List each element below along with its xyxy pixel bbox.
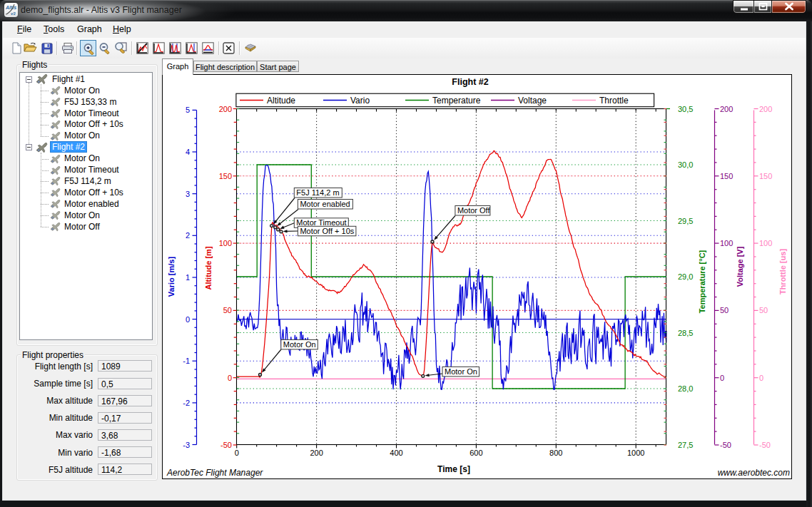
svg-text:Altitude: Altitude <box>267 96 295 106</box>
svg-text:Flight #2: Flight #2 <box>452 77 488 87</box>
svg-text:29,5: 29,5 <box>678 217 693 225</box>
svg-text:0: 0 <box>186 315 190 324</box>
svg-text:Motor On: Motor On <box>445 367 477 376</box>
svg-text:-50: -50 <box>720 441 731 449</box>
svg-text:Vario [m/s]: Vario [m/s] <box>167 257 176 297</box>
svg-text:27,5: 27,5 <box>678 441 693 449</box>
svg-text:50: 50 <box>223 306 232 314</box>
svg-text:3: 3 <box>186 190 190 198</box>
svg-text:AerobTec Flight Manager: AerobTec Flight Manager <box>166 468 263 478</box>
svg-text:-3: -3 <box>183 441 190 449</box>
svg-text:0: 0 <box>228 374 232 382</box>
svg-text:0: 0 <box>720 374 724 382</box>
svg-text:200: 200 <box>219 105 232 113</box>
svg-text:200: 200 <box>759 105 772 113</box>
svg-text:400: 400 <box>390 449 402 457</box>
svg-text:100: 100 <box>219 239 232 247</box>
svg-text:Throttle [us]: Throttle [us] <box>778 249 787 295</box>
svg-text:Time [s]: Time [s] <box>437 464 470 474</box>
svg-text:200: 200 <box>310 449 323 457</box>
svg-text:Motor Timeout: Motor Timeout <box>296 218 346 227</box>
svg-text:-1: -1 <box>183 357 190 365</box>
svg-text:0: 0 <box>759 374 763 382</box>
svg-text:4: 4 <box>186 148 190 156</box>
svg-text:Voltage [V]: Voltage [V] <box>736 246 744 287</box>
svg-text:800: 800 <box>549 449 562 457</box>
svg-text:29,0: 29,0 <box>678 272 693 281</box>
svg-text:-50: -50 <box>759 441 771 449</box>
svg-text:1: 1 <box>186 273 190 282</box>
svg-text:50: 50 <box>759 306 768 314</box>
svg-text:200: 200 <box>720 105 733 113</box>
svg-text:Motor Off: Motor Off <box>457 206 491 215</box>
svg-text:50: 50 <box>720 306 729 314</box>
svg-text:150: 150 <box>759 172 772 180</box>
svg-text:150: 150 <box>219 172 232 180</box>
svg-text:100: 100 <box>720 239 733 247</box>
svg-text:28,0: 28,0 <box>678 384 693 393</box>
svg-text:30,0: 30,0 <box>678 160 693 169</box>
svg-text:www.aerobtec.com: www.aerobtec.com <box>718 468 790 478</box>
svg-text:0: 0 <box>235 449 239 457</box>
svg-text:Motor Off + 10s: Motor Off + 10s <box>300 227 354 235</box>
svg-text:600: 600 <box>470 449 482 457</box>
svg-text:Temperature [°C]: Temperature [°C] <box>698 250 706 313</box>
svg-text:2: 2 <box>186 231 190 240</box>
svg-text:Temperature: Temperature <box>432 96 481 106</box>
svg-text:-2: -2 <box>183 399 190 407</box>
svg-text:Vario: Vario <box>350 96 370 106</box>
svg-text:-50: -50 <box>220 441 232 449</box>
svg-text:Voltage: Voltage <box>518 96 547 106</box>
svg-text:Altitude [m]: Altitude [m] <box>204 246 213 290</box>
svg-text:F5J 114,2 m: F5J 114,2 m <box>296 188 339 197</box>
svg-text:Motor enabled: Motor enabled <box>300 200 350 208</box>
svg-text:100: 100 <box>759 239 772 247</box>
svg-text:28,5: 28,5 <box>678 329 693 337</box>
svg-text:Motor On: Motor On <box>283 340 316 349</box>
svg-text:150: 150 <box>720 172 733 180</box>
svg-text:5: 5 <box>186 106 190 114</box>
svg-text:Throttle: Throttle <box>599 96 629 106</box>
svg-text:30,5: 30,5 <box>678 105 693 113</box>
svg-text:1000: 1000 <box>627 449 644 457</box>
